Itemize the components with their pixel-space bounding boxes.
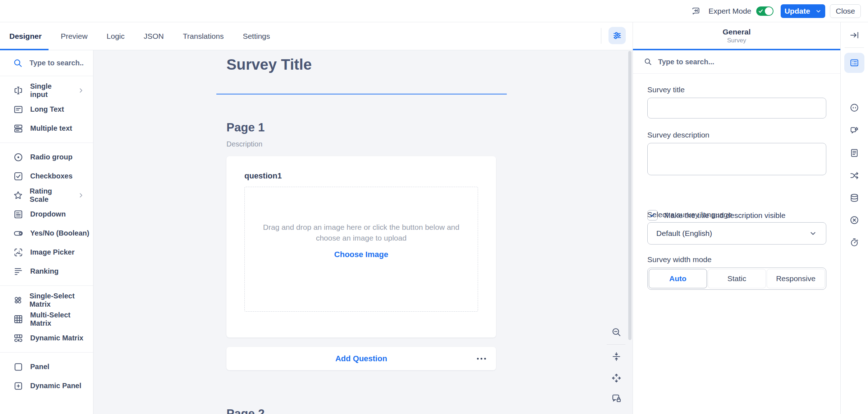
- toolbox-item-boolean[interactable]: Yes/No (Boolean): [0, 224, 93, 243]
- divider: [607, 344, 625, 345]
- property-panel-header: General Survey: [633, 22, 840, 50]
- property-panel: General Survey Survey title Survey descr…: [633, 22, 840, 414]
- toolbox-item-multiple-text[interactable]: Multiple text: [0, 119, 93, 138]
- tab-json[interactable]: JSON: [144, 32, 164, 41]
- tab-preview[interactable]: Preview: [61, 32, 88, 41]
- toolbox-item-label: Panel: [30, 363, 49, 371]
- collapse-panel-button[interactable]: [849, 30, 859, 42]
- close-button[interactable]: Close: [830, 4, 861, 18]
- toolbox-group: Radio group Checkboxes Rating Scale: [0, 143, 93, 285]
- image-picker-icon: [13, 247, 24, 258]
- toolbox-item-label: Long Text: [30, 105, 64, 113]
- ranking-icon: [13, 266, 24, 277]
- toolbox-item-multi-select-matrix[interactable]: Multi-Select Matrix: [0, 310, 93, 329]
- toolbox-item-checkboxes[interactable]: Checkboxes: [0, 167, 93, 186]
- lock-questions-button[interactable]: [611, 393, 622, 405]
- toolbox-item-label: Ranking: [30, 267, 59, 275]
- page1-title[interactable]: Page 1: [226, 121, 265, 134]
- expand-icon: [611, 373, 622, 383]
- property-category-title: General: [633, 28, 840, 36]
- toolbox-item-label: Dynamic Matrix: [30, 334, 83, 342]
- category-logic-button[interactable]: [849, 171, 859, 182]
- sliders-icon: [612, 30, 623, 41]
- design-canvas: Survey Title Page 1 Description question…: [93, 50, 633, 414]
- survey-title[interactable]: Survey Title: [226, 56, 312, 73]
- choose-image-button[interactable]: Choose Image: [334, 250, 388, 259]
- creator-tab-bar: Designer Preview Logic JSON Translations…: [0, 22, 633, 50]
- language-select-value: Default (English): [656, 229, 712, 238]
- category-general-button[interactable]: [844, 53, 864, 73]
- tab-logic[interactable]: Logic: [107, 32, 125, 41]
- dynamic-panel-icon: [13, 381, 24, 391]
- toolbox-item-panel[interactable]: Panel: [0, 357, 93, 376]
- page2-title[interactable]: Page 2: [226, 407, 265, 414]
- question-card[interactable]: question1 Drag and drop an image here or…: [226, 156, 496, 338]
- toolbox-item-single-input[interactable]: Single input: [0, 81, 93, 100]
- toolbox-item-dropdown[interactable]: Dropdown: [0, 205, 93, 224]
- toolbox-item-label: Rating Scale: [30, 187, 71, 204]
- survey-title-input[interactable]: [647, 98, 826, 118]
- category-data-button[interactable]: [849, 193, 859, 204]
- zoom-out-button[interactable]: [611, 327, 622, 339]
- chevron-right-icon: [77, 192, 84, 199]
- toolbox-item-label: Yes/No (Boolean): [30, 229, 89, 237]
- page1-description[interactable]: Description: [226, 140, 262, 148]
- category-navigation-button[interactable]: [849, 103, 859, 114]
- survey-description-label: Survey description: [647, 131, 709, 139]
- width-mode-responsive[interactable]: Responsive: [767, 269, 825, 288]
- update-button[interactable]: Update: [781, 4, 825, 18]
- add-question-bar: Add Question: [226, 347, 496, 370]
- question-settings-icon: [849, 125, 859, 135]
- width-mode-static[interactable]: Static: [708, 269, 766, 288]
- chevron-right-icon: [77, 87, 84, 94]
- category-validation-button[interactable]: [849, 215, 859, 227]
- validation-icon: [849, 215, 859, 225]
- toolbox-search-input[interactable]: [29, 59, 83, 67]
- fit-page-button[interactable]: [611, 351, 622, 363]
- single-select-matrix-icon: [13, 295, 23, 306]
- width-mode-auto[interactable]: Auto: [649, 269, 707, 288]
- general-icon: [849, 58, 859, 68]
- search-icon: [13, 58, 23, 68]
- canvas-scrollbar[interactable]: [628, 51, 632, 340]
- checkboxes-icon: [13, 171, 24, 182]
- expert-mode-toggle[interactable]: [756, 6, 773, 16]
- category-pages-button[interactable]: [849, 148, 859, 159]
- toolbox-item-label: Multi-Select Matrix: [30, 311, 93, 327]
- pages-icon: [849, 148, 859, 158]
- more-options-icon[interactable]: [477, 358, 486, 359]
- question-name[interactable]: question1: [244, 171, 282, 181]
- lock-questions-icon: [611, 393, 622, 404]
- expert-mode-label: Expert Mode: [708, 7, 751, 15]
- property-search-input[interactable]: [658, 58, 802, 66]
- image-dropzone[interactable]: Drag and drop an image here or click the…: [244, 187, 478, 312]
- language-select[interactable]: Default (English): [647, 222, 826, 245]
- toolbox-item-single-select-matrix[interactable]: Single-Select Matrix: [0, 290, 93, 310]
- toolbox-item-radio-group[interactable]: Radio group: [0, 148, 93, 167]
- survey-creator-app: Expert Mode Update Close Designer Previe…: [0, 0, 868, 414]
- settings-sliders-button[interactable]: [608, 27, 626, 44]
- survey-description-input[interactable]: [647, 143, 826, 175]
- expand-canvas-button[interactable]: [611, 373, 622, 385]
- toolbox-item-ranking[interactable]: Ranking: [0, 262, 93, 281]
- tab-designer[interactable]: Designer: [9, 32, 42, 41]
- toolbox-item-long-text[interactable]: Long Text: [0, 100, 93, 119]
- toolbox-item-label: Image Picker: [30, 248, 74, 256]
- tab-translations[interactable]: Translations: [183, 32, 224, 41]
- check-icon: [758, 8, 764, 14]
- collapse-panel-icon: [849, 30, 859, 40]
- survey-title-label: Survey title: [647, 85, 685, 94]
- toolbox-item-dynamic-matrix[interactable]: Dynamic Matrix: [0, 329, 93, 348]
- width-mode-label: Survey width mode: [647, 255, 712, 264]
- toolbox-item-label: Dropdown: [30, 210, 66, 218]
- toolbox-item-dynamic-panel[interactable]: Dynamic Panel: [0, 376, 93, 395]
- add-question-button[interactable]: Add Question: [335, 354, 387, 363]
- question-settings-button[interactable]: [849, 125, 859, 137]
- toolbox-item-image-picker[interactable]: Image Picker: [0, 243, 93, 262]
- category-timer-button[interactable]: [849, 237, 859, 249]
- tab-settings[interactable]: Settings: [243, 32, 270, 41]
- feedback-icon[interactable]: [691, 6, 701, 16]
- multi-select-matrix-icon: [13, 314, 24, 325]
- toolbox-item-rating-scale[interactable]: Rating Scale: [0, 186, 93, 205]
- width-mode-segmented-control: Auto Static Responsive: [647, 268, 826, 290]
